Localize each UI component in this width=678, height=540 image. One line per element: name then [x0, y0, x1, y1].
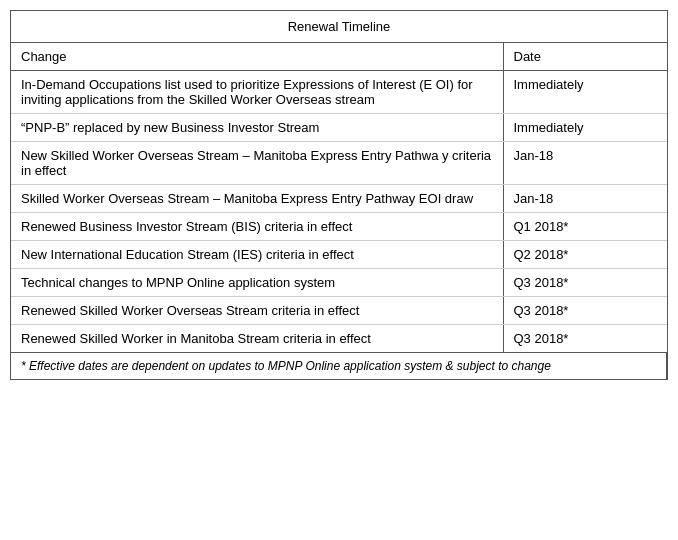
table-row: “PNP-B” replaced by new Business Investo… [11, 114, 667, 142]
table-row: New International Education Stream (IES)… [11, 241, 667, 269]
table-header-row: Change Date [11, 43, 667, 71]
table-row: Technical changes to MPNP Online applica… [11, 269, 667, 297]
row-date-2: Jan-18 [503, 142, 667, 185]
row-change-0: In-Demand Occupations list used to prior… [11, 71, 503, 114]
row-change-2: New Skilled Worker Overseas Stream – Man… [11, 142, 503, 185]
footer-text: * Effective dates are dependent on updat… [11, 353, 667, 380]
row-change-4: Renewed Business Investor Stream (BIS) c… [11, 213, 503, 241]
table-row: Renewed Business Investor Stream (BIS) c… [11, 213, 667, 241]
row-date-1: Immediately [503, 114, 667, 142]
table-row: New Skilled Worker Overseas Stream – Man… [11, 142, 667, 185]
row-date-6: Q3 2018* [503, 269, 667, 297]
renewal-timeline-table: Renewal Timeline Change Date In-Demand O… [10, 10, 668, 380]
row-date-5: Q2 2018* [503, 241, 667, 269]
row-change-5: New International Education Stream (IES)… [11, 241, 503, 269]
row-change-6: Technical changes to MPNP Online applica… [11, 269, 503, 297]
header-change: Change [11, 43, 503, 71]
row-date-3: Jan-18 [503, 185, 667, 213]
row-change-8: Renewed Skilled Worker in Manitoba Strea… [11, 325, 503, 353]
row-date-0: Immediately [503, 71, 667, 114]
header-date: Date [503, 43, 667, 71]
row-date-4: Q1 2018* [503, 213, 667, 241]
row-date-8: Q3 2018* [503, 325, 667, 353]
row-date-7: Q3 2018* [503, 297, 667, 325]
table-row: Renewed Skilled Worker in Manitoba Strea… [11, 325, 667, 353]
table-row: Renewed Skilled Worker Overseas Stream c… [11, 297, 667, 325]
row-change-1: “PNP-B” replaced by new Business Investo… [11, 114, 503, 142]
table-title: Renewal Timeline [11, 11, 667, 43]
row-change-3: Skilled Worker Overseas Stream – Manitob… [11, 185, 503, 213]
table-row: In-Demand Occupations list used to prior… [11, 71, 667, 114]
row-change-7: Renewed Skilled Worker Overseas Stream c… [11, 297, 503, 325]
footer-row: * Effective dates are dependent on updat… [11, 353, 667, 380]
table-row: Skilled Worker Overseas Stream – Manitob… [11, 185, 667, 213]
